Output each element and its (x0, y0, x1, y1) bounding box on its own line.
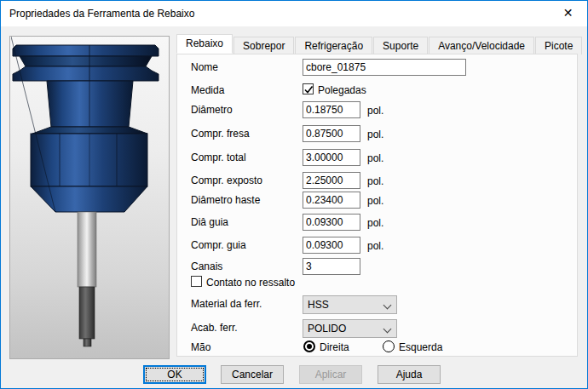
acabamento-value: POLIDO (308, 323, 346, 335)
compr-guia-row: Compr. guia pol. (177, 237, 577, 255)
ok-button[interactable]: OK (143, 365, 206, 384)
diametro-input[interactable] (303, 101, 360, 118)
material-value: HSS (308, 299, 329, 311)
diametro-label: Diâmetro (191, 104, 233, 116)
direita-radio[interactable] (303, 340, 315, 352)
compr-fresa-unit: pol. (367, 129, 383, 140)
compr-fresa-input[interactable] (303, 125, 360, 142)
medida-label: Medida (191, 84, 224, 96)
tab-refrigeracao[interactable]: Refrigeração (295, 37, 372, 54)
dia-guia-label: Diâ guia (191, 216, 228, 228)
diametro-row: Diâmetro pol. (177, 101, 577, 120)
mao-label: Mão (191, 341, 210, 353)
radio-dot-icon (307, 344, 312, 349)
tool-properties-dialog: Propriedades da Ferramenta de Rebaixo ✕ (0, 0, 588, 389)
nome-label: Nome (191, 61, 218, 73)
compr-exposto-input[interactable] (303, 172, 360, 189)
esquerda-label: Esquerda (399, 341, 442, 353)
compr-guia-unit: pol. (367, 240, 383, 252)
close-icon[interactable]: ✕ (549, 1, 587, 26)
polegadas-checkbox[interactable] (303, 83, 314, 94)
tab-rebaixo[interactable]: Rebaixo (176, 34, 233, 54)
polegadas-label: Polegadas (318, 84, 366, 96)
dia-guia-unit: pol. (367, 217, 383, 229)
help-button[interactable]: Ajuda (378, 365, 441, 384)
acabamento-row: Acab. ferr. POLIDO (177, 319, 577, 338)
chevron-down-icon (383, 301, 392, 310)
compr-exposto-unit: pol. (367, 175, 383, 187)
medida-row: Medida Polegadas (177, 82, 577, 100)
compr-exposto-row: Compr. exposto pol. (177, 172, 577, 191)
chevron-down-icon (383, 325, 392, 334)
nome-input[interactable] (303, 59, 466, 76)
contato-label: Contato no ressalto (206, 277, 295, 289)
canais-label: Canais (191, 260, 222, 272)
diametro-haste-label: Diâmetro haste (191, 194, 260, 206)
diametro-haste-input[interactable] (303, 192, 360, 209)
diametro-haste-unit: pol. (367, 195, 383, 207)
compr-fresa-row: Compr. fresa pol. (177, 125, 577, 144)
tool-preview-panel (9, 36, 170, 359)
canais-input[interactable] (303, 258, 360, 275)
nome-row: Nome (177, 59, 577, 77)
diametro-unit: pol. (367, 105, 383, 117)
material-label: Material da ferr. (191, 298, 262, 310)
tab-avanco-velocidade[interactable]: Avanço/Velocidade (429, 37, 534, 54)
tool-3d-preview-image (11, 37, 169, 357)
rebaixo-tab-panel: Nome Medida Polegadas Diâmetro pol. Comp… (176, 54, 578, 357)
window-title: Propriedades da Ferramenta de Rebaixo (9, 8, 194, 20)
compr-exposto-label: Compr. exposto (191, 174, 262, 186)
acabamento-dropdown[interactable]: POLIDO (303, 319, 397, 338)
apply-button: Aplicar (299, 365, 362, 384)
mao-row: Mão Direita Esquerda (177, 339, 577, 358)
contato-row: Contato no ressalto (177, 274, 577, 293)
compr-total-row: Compr. total pol. (177, 149, 577, 168)
tab-strip: RebaixoSobreporRefrigeraçãoSuporteAvanço… (176, 35, 583, 54)
compr-total-unit: pol. (367, 152, 383, 164)
tab-sobrepor[interactable]: Sobrepor (233, 37, 294, 54)
dia-guia-row: Diâ guia pol. (177, 214, 577, 232)
dia-guia-input[interactable] (303, 214, 360, 231)
diametro-haste-row: Diâmetro haste pol. (177, 192, 577, 210)
contato-checkbox[interactable] (191, 276, 202, 287)
cancel-button[interactable]: Cancelar (221, 365, 284, 384)
compr-total-label: Compr. total (191, 152, 246, 163)
material-row: Material da ferr. HSS (177, 295, 577, 314)
tab-picote[interactable]: Picote (535, 37, 582, 54)
material-dropdown[interactable]: HSS (303, 295, 397, 314)
acabamento-label: Acab. ferr. (191, 322, 238, 334)
esquerda-radio[interactable] (383, 340, 395, 352)
compr-fresa-label: Compr. fresa (191, 128, 250, 140)
compr-guia-input[interactable] (303, 237, 360, 254)
checkmark-icon (303, 84, 314, 95)
compr-guia-label: Compr. guia (191, 239, 246, 251)
tab-suporte[interactable]: Suporte (373, 37, 428, 54)
compr-total-input[interactable] (303, 149, 360, 166)
title-bar: Propriedades da Ferramenta de Rebaixo ✕ (1, 1, 587, 26)
direita-label: Direita (320, 341, 349, 353)
